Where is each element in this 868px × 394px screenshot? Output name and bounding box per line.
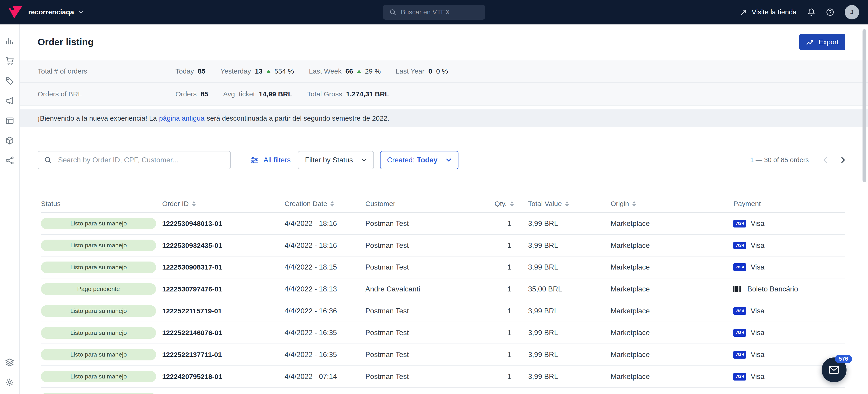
table-row[interactable]: Listo para su manejo 1222522137711-01 4/… xyxy=(41,344,845,366)
column-header-qty[interactable]: Qty. xyxy=(474,200,528,208)
origin-cell: Marketplace xyxy=(611,329,734,337)
column-header-creation-date[interactable]: Creation Date xyxy=(284,200,366,208)
order-id-cell: 1222522146076-01 xyxy=(162,329,284,337)
creation-date-cell: 4/4/2022 - 16:35 xyxy=(284,351,366,359)
avatar[interactable]: J xyxy=(845,5,859,20)
qty-cell: 1 xyxy=(474,220,528,228)
creation-date-cell: 4/4/2022 - 18:15 xyxy=(284,263,366,271)
envelope-icon xyxy=(829,366,839,374)
status-badge: Listo para su manejo xyxy=(41,305,156,317)
gear-icon xyxy=(5,378,14,387)
external-link-icon xyxy=(740,9,747,16)
status-cell: Listo para su manejo xyxy=(41,393,162,394)
prev-page-button[interactable] xyxy=(823,157,828,163)
created-filter-dropdown[interactable]: Created: Today xyxy=(380,151,459,169)
visa-icon: VISA xyxy=(734,351,746,359)
status-cell: Listo para su manejo xyxy=(41,239,162,251)
sidebar-item-table[interactable] xyxy=(5,116,14,125)
qty-cell: 1 xyxy=(474,307,528,315)
stat-value: 14,99 BRL xyxy=(259,90,292,98)
visit-store-label: Visite la tienda xyxy=(752,8,797,16)
all-filters-button[interactable]: All filters xyxy=(250,156,291,164)
table-row[interactable]: Pago pendiente 1222530797476-01 4/4/2022… xyxy=(41,278,845,300)
scrollbar-thumb[interactable] xyxy=(863,29,866,182)
next-page-button[interactable] xyxy=(841,157,845,163)
sidebar-item-box[interactable] xyxy=(5,136,14,145)
export-button[interactable]: Export xyxy=(799,34,845,51)
column-header-order-id[interactable]: Order ID xyxy=(162,200,284,208)
avatar-initial: J xyxy=(850,8,854,16)
column-header-label: Payment xyxy=(734,200,761,208)
payment-label: Visa xyxy=(750,241,765,250)
column-header-total-value[interactable]: Total Value xyxy=(528,200,611,208)
table-row[interactable]: Listo para su manejo 1222530948013-01 4/… xyxy=(41,213,845,235)
table-row[interactable]: Listo para su manejo xyxy=(41,388,845,394)
origin-cell: Marketplace xyxy=(611,372,734,381)
status-cell: Listo para su manejo xyxy=(41,218,162,229)
payment-label: Visa xyxy=(750,351,765,359)
stat-label: Yesterday xyxy=(221,67,251,75)
column-header-label: Order ID xyxy=(162,200,189,208)
old-page-link[interactable]: página antigua xyxy=(159,114,205,122)
order-id-cell: 1222530932435-01 xyxy=(162,242,284,250)
total-value-cell: 3,99 BRL xyxy=(528,241,611,250)
creation-date-cell: 4/4/2022 - 18:13 xyxy=(284,285,366,293)
customer-cell: Postman Test xyxy=(366,351,474,359)
sidebar-item-cart[interactable] xyxy=(5,57,14,65)
payment-cell: Boleto Bancário xyxy=(734,285,845,293)
column-header-label: Customer xyxy=(366,200,395,208)
stat-item: Last Week6629 % xyxy=(309,67,381,75)
vtex-admin-window: recorrenciaqa Buscar en VTEX Visite la t… xyxy=(0,0,868,394)
status-cell: Pago pendiente xyxy=(41,283,162,295)
status-filter-label: Filter by Status xyxy=(305,156,353,164)
stat-value: 0 xyxy=(428,67,432,75)
table-row[interactable]: Listo para su manejo 1222522146076-01 4/… xyxy=(41,322,845,344)
creation-date-cell: 4/4/2022 - 16:35 xyxy=(284,329,366,337)
share-icon xyxy=(5,156,14,165)
sidebar-item-bar-chart[interactable] xyxy=(5,37,14,45)
chat-fab[interactable]: 576 xyxy=(822,357,846,382)
sidebar-item-tag[interactable] xyxy=(5,76,14,85)
notifications-button[interactable] xyxy=(807,8,815,16)
table-row[interactable]: Listo para su manejo 1222530932435-01 4/… xyxy=(41,235,845,257)
sidebar-item-megaphone[interactable] xyxy=(5,96,14,105)
stat-item: Total Gross1.274,31 BRL xyxy=(307,90,389,98)
sidebar-item-gear[interactable] xyxy=(5,378,14,387)
visit-store-link[interactable]: Visite la tienda xyxy=(740,8,797,16)
search-icon xyxy=(44,156,52,164)
global-search-placeholder: Buscar en VTEX xyxy=(401,8,450,16)
column-header-status: Status xyxy=(41,200,162,208)
table-row[interactable]: Listo para su manejo 1222522115719-01 4/… xyxy=(41,300,845,322)
order-id-cell: 1222530797476-01 xyxy=(162,285,284,293)
status-badge: Listo para su manejo xyxy=(41,239,156,251)
cart-icon xyxy=(5,57,14,65)
status-cell: Listo para su manejo xyxy=(41,305,162,317)
total-value-cell: 3,99 BRL xyxy=(528,372,611,381)
order-id-cell: 1222522137711-01 xyxy=(162,351,284,359)
column-header-payment: Payment xyxy=(734,200,845,208)
table-row[interactable]: Listo para su manejo 1222530908317-01 4/… xyxy=(41,257,845,278)
customer-cell: Postman Test xyxy=(366,241,474,250)
scrollbar[interactable] xyxy=(863,27,867,393)
order-search[interactable] xyxy=(38,151,231,169)
status-badge: Listo para su manejo xyxy=(41,371,156,382)
global-search[interactable]: Buscar en VTEX xyxy=(383,5,485,20)
table-row[interactable]: Listo para su manejo 1222420795218-01 4/… xyxy=(41,366,845,388)
stat-label: Last Year xyxy=(396,67,425,75)
column-header-origin[interactable]: Origin xyxy=(611,200,734,208)
sidebar-item-share[interactable] xyxy=(5,156,14,165)
stat-delta: 554 % xyxy=(275,67,294,75)
payment-label: Visa xyxy=(750,372,765,381)
sidebar-item-layers[interactable] xyxy=(5,358,14,367)
qty-cell: 1 xyxy=(474,372,528,381)
column-header-label: Total Value xyxy=(528,200,562,208)
help-button[interactable] xyxy=(826,8,834,16)
stat-item: Avg. ticket14,99 BRL xyxy=(223,90,292,98)
account-switcher[interactable]: recorrenciaqa xyxy=(28,8,84,16)
stat-value: 85 xyxy=(200,90,208,98)
visa-icon: VISA xyxy=(734,220,746,228)
stat-label: Orders xyxy=(176,90,197,98)
line-chart-icon xyxy=(806,38,814,46)
status-filter-dropdown[interactable]: Filter by Status xyxy=(298,151,374,169)
order-search-input[interactable] xyxy=(57,155,224,165)
